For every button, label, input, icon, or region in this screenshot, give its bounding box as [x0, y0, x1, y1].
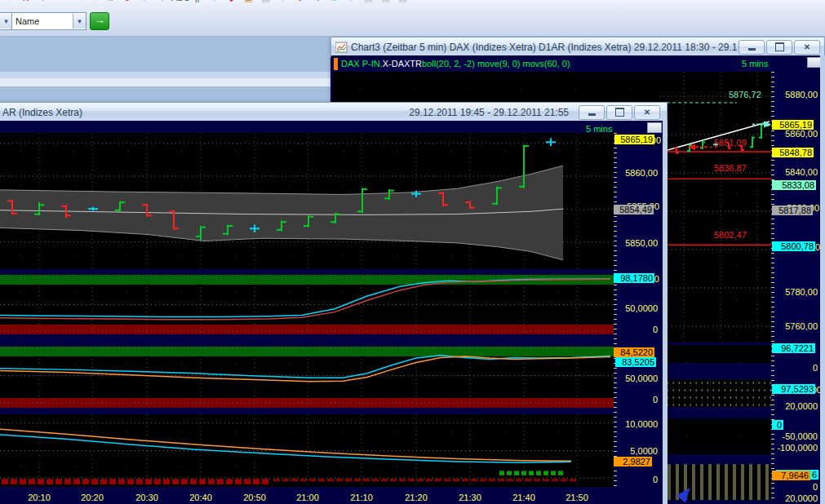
text-style-icon[interactable]: K [17, 0, 34, 11]
draw-pen-icon[interactable]: ✎ [86, 0, 103, 11]
panel3-chart[interactable] [0, 414, 614, 487]
dropdown-icon[interactable]: ▾ [34, 0, 51, 11]
chart3-titlebar[interactable]: Chart3 (Zeitbar 5 min) DAX (Indizes Xetr… [330, 37, 825, 57]
arc-icon[interactable]: ◠ [51, 0, 69, 11]
axis-label: 0 [614, 325, 658, 334]
hatch-lines-icon[interactable]: // [103, 0, 120, 11]
panel1-chart[interactable] [0, 275, 614, 334]
axis-label: 5,0000 [614, 446, 658, 456]
restore-button[interactable] [766, 40, 792, 55]
value-box: 5848,78 [772, 148, 814, 157]
draw-pencil-icon[interactable]: ✎ [69, 0, 86, 11]
fibonacci-icon[interactable]: 6² [120, 0, 137, 11]
legend-symbol2: X-DAXTR [383, 59, 422, 69]
dropdown-icon[interactable]: ▾ [206, 0, 223, 11]
toolbar: ✎K▾◠✎✎//6²⚑▾ABC||▾◆▣▤↑↓∿■▾▤▤▤ ▾ Name ▾ → [0, 0, 825, 37]
chart3-panel3-area[interactable] [659, 418, 771, 454]
chart-window-icon [335, 42, 348, 53]
value-box: 84,5220 [614, 347, 654, 357]
close-button[interactable]: ✕ [794, 40, 820, 55]
down-arrow-icon[interactable]: ↓ [291, 0, 308, 11]
name-combo[interactable]: Name ▾ [11, 12, 86, 30]
flag-icon[interactable]: ⚑ [137, 0, 154, 11]
axis-label: -100,0000 [774, 443, 818, 453]
last-price-box: 5865,19 [614, 135, 654, 144]
desktop-band [0, 78, 330, 86]
paste-icon[interactable]: ▤ [394, 0, 411, 11]
bucket-icon[interactable]: ▣ [240, 0, 257, 11]
time-label: 21:40 [508, 493, 540, 502]
chevron-down-icon[interactable]: ▾ [0, 14, 12, 29]
annotation-5876: 5876,72 [729, 90, 761, 99]
trading-app-screen: { "toolbar": { "name_combo": "Name", "go… [0, 0, 825, 504]
axis-label: 20,0000 [774, 493, 818, 503]
time-label: 21:20 [400, 493, 432, 502]
value-box: 5833,08 [772, 180, 816, 190]
pencil-icon[interactable]: ✎ [0, 0, 17, 11]
window-border[interactable] [663, 121, 668, 504]
up-arrow-icon[interactable]: ↑ [274, 0, 291, 11]
go-button[interactable]: → [90, 12, 109, 30]
dropdown-icon[interactable]: ▾ [154, 0, 171, 11]
abc-label-icon[interactable]: ABC [171, 0, 189, 11]
axis-label: 0 [774, 482, 818, 492]
drawing-toolbar: ✎K▾◠✎✎//6²⚑▾ABC||▾◆▣▤↑↓∿■▾▤▤▤ [0, 0, 506, 11]
name-combo-value: Name [16, 16, 39, 26]
scrollbar-thumb[interactable] [647, 122, 662, 133]
axis-label: 5760,00 [774, 321, 818, 331]
fade-icon[interactable]: ▤ [257, 0, 274, 11]
paste-icon[interactable]: ▤ [377, 0, 394, 11]
dax-window-title: AR (Indizes Xetra) [2, 107, 409, 118]
price-chart[interactable] [0, 133, 614, 269]
time-axis: 20:10 20:20 20:30 20:40 20:50 21:00 21:1… [0, 487, 663, 504]
time-label: 21:30 [454, 493, 486, 502]
chart3-panel1-area[interactable] [659, 345, 771, 363]
axis-label: 5880,00 [774, 90, 818, 99]
time-label: 20:20 [76, 493, 109, 502]
dax-window-titlebar[interactable]: AR (Indizes Xetra) 29.12.2011 19:45 - 29… [0, 102, 668, 122]
chart3-legend: DAX P-IN. X-DAXTR boll(20, 2, -2) move(9… [331, 55, 824, 72]
axis-label: 50,0000 [614, 303, 658, 313]
annotation-5851: 5851,09 [714, 138, 747, 148]
axis-label: 0 [614, 395, 658, 405]
minimize-button[interactable] [579, 105, 605, 120]
legend-color-bar [334, 58, 338, 70]
axis-label: -50,0000 [774, 431, 818, 441]
parallel-lines-icon[interactable]: || [189, 0, 206, 11]
gem-icon[interactable]: ◆ [223, 0, 240, 11]
paste-icon[interactable]: ▤ [360, 0, 377, 11]
desktop-band [0, 72, 330, 78]
close-button[interactable]: ✕ [634, 105, 660, 120]
color-swatch-icon[interactable]: ■ [326, 0, 343, 11]
axis-label: 5780,00 [774, 287, 818, 297]
timeframe-label: 5 mins [742, 59, 768, 69]
chart-tool-icon[interactable]: ∿ [308, 0, 326, 11]
legend-symbol: DAX P-IN. [341, 59, 383, 69]
axis-label: 5850,00 [614, 238, 658, 248]
axis-label: 0 [774, 363, 818, 373]
chevron-down-icon[interactable]: ▾ [73, 14, 86, 29]
time-label: 20:10 [23, 493, 55, 502]
axis-label: 50,0000 [614, 374, 658, 383]
chart3-price-chart[interactable] [659, 72, 771, 343]
legend-indicators: boll(20, 2, -2) move(9, 0) movs(60, 0) [422, 59, 570, 69]
axis-label: 10,0000 [614, 419, 658, 429]
value-box: 5854,49 [614, 205, 654, 214]
value-box: 5817,88 [772, 206, 813, 215]
axis-label: 0 [614, 475, 658, 484]
axis-label: 20,0000 [774, 401, 818, 411]
chart3-panel2-area[interactable] [659, 379, 771, 407]
window-border[interactable] [820, 55, 825, 504]
annotation-5802: 5802,47 [714, 230, 747, 240]
annotation-5836: 5836,87 [714, 163, 747, 173]
panel2-chart[interactable] [0, 347, 614, 408]
axis-label: 5860,00 [774, 129, 818, 139]
time-label: 20:50 [238, 493, 271, 502]
value-box: 96,7221 [772, 343, 815, 353]
dropdown-icon[interactable]: ▾ [343, 0, 360, 11]
time-label: 21:50 [561, 493, 593, 502]
value-box: 5800,78 [772, 241, 815, 251]
restore-button[interactable] [606, 105, 632, 120]
value-box: 0 [772, 420, 783, 430]
minimize-button[interactable] [739, 40, 765, 55]
